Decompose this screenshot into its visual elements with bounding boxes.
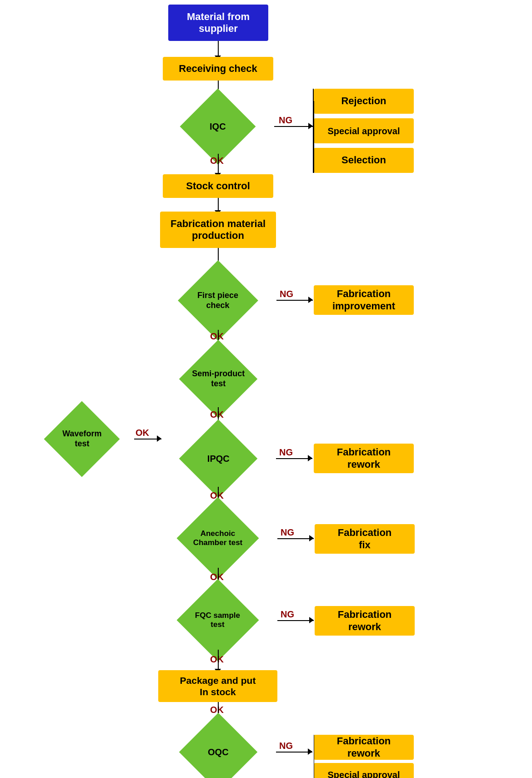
ipqc-ng-label: NG (279, 447, 293, 458)
firstpiece-ng-label: NG (280, 289, 293, 299)
oqc-ng-label: NG (279, 741, 293, 751)
first-piece-check-diamond: First piececheck (159, 271, 276, 330)
anechoic-diamond: AnechoicChamber test (158, 509, 277, 568)
special-approval-1-box: Special approval (314, 118, 414, 143)
oqc-diamond: OQC (160, 723, 276, 778)
iqc-ok-label: OK (210, 156, 224, 166)
selection-box: Selection (314, 148, 414, 173)
fabrication-improvement-box: Fabricationimprovement (314, 285, 414, 315)
fabrication-fix-box: Fabricationfix (315, 524, 415, 554)
receiving-check-box: Receiving check (163, 57, 273, 81)
fabrication-rework-3-box: Fabricationrework (314, 735, 414, 760)
ipqc-diamond: IPQC (160, 430, 276, 487)
anechoic-ng-label: NG (281, 527, 294, 538)
iqc-ng-label: NG (279, 115, 292, 126)
flowchart: Material from supplier Receiving check I… (0, 0, 532, 778)
fqc-ng-label: NG (281, 609, 294, 620)
rejection-box: Rejection (314, 89, 414, 114)
special-approval-2-box: Special approval (314, 763, 414, 778)
package-stock-box: Package and putIn stock (158, 670, 277, 702)
fabrication-rework-1-box: Fabricationrework (314, 444, 414, 473)
fqc-ok-label: OK (210, 654, 224, 665)
waveform-ok-label: OK (136, 428, 149, 438)
fabrication-material-box: Fabrication materialproduction (160, 212, 276, 248)
fabrication-rework-2-box: Fabricationrework (315, 606, 415, 636)
stock-control-box: Stock control (163, 174, 273, 198)
semi-ok-label: OK (210, 409, 224, 420)
waveform-diamond: Waveformtest (30, 412, 134, 466)
iqc-diamond: IQC (161, 99, 274, 154)
material-supplier-box: Material from supplier (168, 5, 268, 41)
fqc-diamond: FQC sampletest (158, 591, 277, 650)
semi-product-diamond: Semi-producttest (160, 350, 276, 407)
firstpiece-ok-label: OK (210, 331, 224, 342)
